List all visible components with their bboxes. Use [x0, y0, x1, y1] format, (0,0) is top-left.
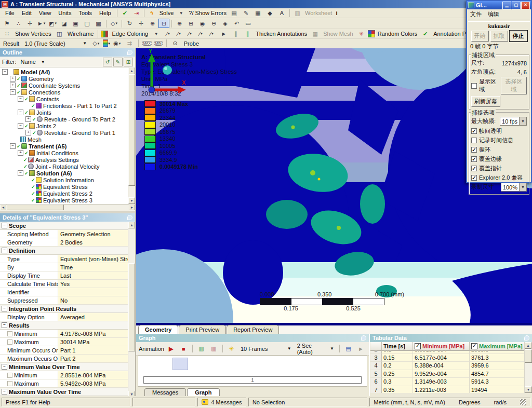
status-messages[interactable]: 4 Messages	[197, 398, 246, 406]
menu-view[interactable]: View	[35, 9, 55, 17]
checkbox-icon[interactable]: ✓	[415, 343, 421, 349]
scroll-thumb[interactable]	[128, 263, 135, 351]
capture-option-checkbox[interactable]: ✓帧间透明	[471, 126, 527, 135]
connect-check-icon[interactable]: ✔	[119, 8, 130, 18]
details-row[interactable]: Display OptionAveraged	[0, 313, 128, 321]
edge-direction-option-2[interactable]: ∕▾	[174, 29, 184, 38]
table-cell[interactable]: 6	[370, 378, 382, 386]
tree-hscrollbar[interactable]: ◄ ►	[0, 205, 135, 211]
tree-vscrollbar[interactable]: ▲ ▼	[128, 67, 135, 204]
tree-item[interactable]: −✓Contacts	[0, 96, 128, 102]
resize-grip[interactable]	[520, 399, 526, 405]
table-row[interactable]: 40.25.388e-0043959.6	[370, 362, 525, 370]
graph-timeline-area[interactable]: 1	[138, 356, 367, 387]
tree-expander-icon[interactable]: −	[18, 170, 23, 176]
edge-coloring-button[interactable]: Edge Coloring	[110, 31, 150, 37]
tree-item[interactable]: +✓Geometry	[0, 75, 128, 82]
menu-edit[interactable]: Edit	[18, 9, 35, 17]
details-section-header[interactable]: −Integration Point Results	[0, 305, 128, 313]
gif-capture-window[interactable]: Gi... ▁ ▢ ✕ 文件编辑 kukuasir 开始 抓取 停止 0 帧 0…	[466, 0, 532, 183]
show-errors-button[interactable]: ?/ Show Errors	[187, 10, 228, 16]
tree-item[interactable]: −✓Transient (A5)	[0, 143, 128, 149]
xyz-pick-icon[interactable]: ✛	[24, 19, 35, 28]
table-cell[interactable]: 0.2	[382, 362, 413, 370]
filter-combo[interactable]: Name ▼	[19, 58, 47, 65]
tabular-column-header[interactable]: ✓Maximum [MPa]	[470, 342, 525, 351]
thicken-bars-icon[interactable]: ∥	[242, 29, 253, 38]
tree-item[interactable]: ✓Equivalent Stress 3	[0, 197, 128, 203]
menu-tools[interactable]: Tools	[75, 9, 96, 17]
zoom-box-icon[interactable]: ⊞	[185, 19, 196, 28]
section-expander-icon[interactable]: −	[2, 248, 7, 253]
tab-messages[interactable]: Messages	[144, 388, 186, 397]
scroll-down-icon[interactable]: ▼	[525, 386, 532, 393]
capture-option-checkbox[interactable]: ✓循环	[471, 145, 527, 154]
details-value[interactable]: 4.9178e-003 MPa	[58, 330, 128, 337]
orientation-triad[interactable]: Y X	[136, 48, 188, 96]
random-colors-button[interactable]: Random Colors	[376, 31, 419, 37]
section-expander-icon[interactable]: −	[2, 389, 7, 395]
details-row[interactable]: TypeEquivalent (von-Mises) Stress	[0, 255, 128, 263]
details-value[interactable]: Last	[58, 271, 128, 279]
details-value[interactable]: Geometry Selection	[58, 230, 128, 238]
table-cell[interactable]: 5.388e-004	[413, 362, 470, 370]
stop-icon[interactable]: ■	[178, 344, 189, 353]
bulb-icon[interactable]: ☀	[226, 344, 237, 353]
details-value[interactable]: 30014 MPa	[58, 338, 128, 346]
details-row[interactable]: SuppressedNo	[0, 296, 128, 305]
tree-item[interactable]: −Model (A4)	[0, 69, 128, 75]
tree-item[interactable]: −✓Connections	[0, 89, 128, 96]
scroll-thumb[interactable]	[7, 205, 64, 210]
table-cell[interactable]: 3761.3	[470, 354, 525, 362]
details-section-header[interactable]: −Minimum Value Over Time	[0, 363, 128, 371]
box-zoom-icon[interactable]: ⊡	[158, 19, 169, 28]
table-cell[interactable]: 19494	[470, 386, 525, 393]
table-cell[interactable]: 5914.3	[470, 378, 525, 386]
edge-coloring-caret[interactable]: ▼	[151, 29, 162, 38]
tree-item[interactable]: ✓Frictionless - Part 1 To Part 2	[0, 102, 128, 109]
tree-expander-icon[interactable]: −	[18, 110, 23, 115]
details-row[interactable]: Maximum30014 MPa	[0, 338, 128, 346]
show-mesh-button[interactable]: Show Mesh	[322, 31, 354, 37]
table-row[interactable]: 30.156.5177e-0043761.3	[370, 354, 525, 362]
scroll-thumb[interactable]	[525, 349, 532, 363]
tree-item[interactable]: ✓Analysis Settings	[0, 156, 128, 163]
edit-filter-icon[interactable]: ✎	[113, 58, 123, 66]
details-row[interactable]: Geometry2 Bodies	[0, 238, 128, 247]
select-vertex-icon[interactable]: ◩▾	[47, 19, 58, 28]
minimize-icon[interactable]: ▁	[502, 2, 511, 9]
zoom-fit-icon[interactable]: ◉	[197, 19, 208, 28]
tree-expander-icon[interactable]: +	[25, 116, 31, 122]
text-label-icon[interactable]: A	[276, 8, 287, 18]
worksheet-button[interactable]: Worksheet	[303, 10, 334, 16]
new-section-icon[interactable]: ▤	[229, 8, 240, 18]
zoom-out-icon[interactable]: ⊖	[208, 19, 219, 28]
section-expander-icon[interactable]: −	[2, 364, 7, 370]
record-size-combo[interactable]: 100%▼	[501, 183, 527, 192]
menu-help[interactable]: Help	[96, 9, 115, 17]
play-icon[interactable]: ▶	[166, 344, 177, 353]
expand-all-icon[interactable]: ⊞	[124, 58, 133, 66]
table-cell[interactable]: 0.3	[382, 378, 413, 386]
pin-annotation-icon[interactable]: ►	[218, 29, 229, 38]
view-cube-icon[interactable]: ◇▾	[109, 19, 119, 28]
iso-view-icon[interactable]: ◈	[220, 19, 231, 28]
thicken-annotations-button[interactable]: Thicken Annotations	[254, 31, 309, 37]
table-cell[interactable]: 9.9529e-004	[413, 370, 470, 378]
details-section-header[interactable]: −Maximum Value Over Time	[0, 388, 128, 396]
coordinates-icon[interactable]: ∴	[13, 19, 24, 28]
prev-view-icon[interactable]: ↶	[231, 19, 242, 28]
scroll-right-icon[interactable]: ►	[129, 205, 135, 210]
details-value[interactable]: 2 Bodies	[58, 238, 128, 246]
details-row[interactable]: Maximum5.9492e-003 MPa	[0, 379, 128, 388]
scroll-up-icon[interactable]: ▲	[128, 222, 135, 228]
details-value[interactable]: Part 2	[58, 355, 128, 362]
scroll-left-icon[interactable]: ◄	[0, 205, 6, 210]
pin-icon[interactable]	[127, 215, 132, 220]
section-expander-icon[interactable]: −	[2, 223, 7, 228]
tree-item[interactable]: −✓Joints 2	[0, 123, 128, 129]
grab-button[interactable]: 抓取	[490, 31, 508, 42]
tree-item[interactable]: +✓Initial Conditions	[0, 149, 128, 156]
show-region-checkbox[interactable]: 显示区域	[471, 77, 501, 94]
checkbox-icon[interactable]: ✓	[471, 343, 477, 349]
